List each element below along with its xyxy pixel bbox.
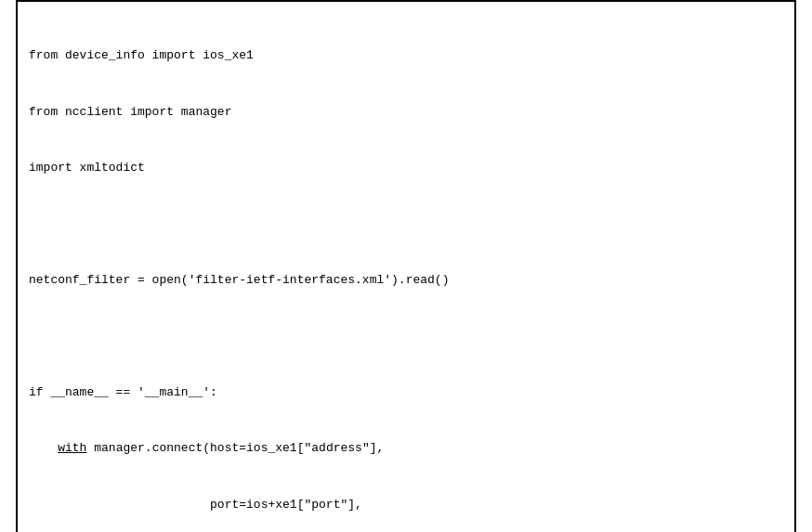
code-line-6 (29, 327, 783, 345)
code-line-9: port=ios+xe1["port"], (29, 496, 783, 514)
code-line-1: from device_info import ios_xe1 (29, 46, 783, 65)
code-text (29, 215, 36, 234)
code-text: port=ios+xe1["port"], (29, 496, 362, 514)
code-line-2: from ncclient import manager (29, 103, 783, 122)
code-line-8: with manager.connect(host=ios_xe1["addre… (29, 439, 783, 458)
code-text: netconf_filter = open('filter-ietf-inter… (29, 271, 449, 290)
code-container: from device_info import ios_xe1 from ncc… (16, 0, 796, 532)
code-text: if __name__ == '__main__': (29, 383, 217, 402)
code-text: from ncclient import manager (29, 103, 231, 122)
code-block: from device_info import ios_xe1 from ncc… (29, 9, 783, 532)
code-line-7: if __name__ == '__main__': (29, 383, 783, 402)
code-text: import xmltodict (29, 159, 145, 177)
code-text (29, 327, 36, 345)
code-text: from device_info import ios_xe1 (29, 46, 254, 65)
code-line-5: netconf_filter = open('filter-ietf-inter… (29, 271, 783, 290)
code-text: with manager.connect(host=ios_xe1["addre… (29, 439, 384, 458)
code-line-4 (29, 215, 783, 234)
code-line-3: import xmltodict (29, 159, 783, 177)
